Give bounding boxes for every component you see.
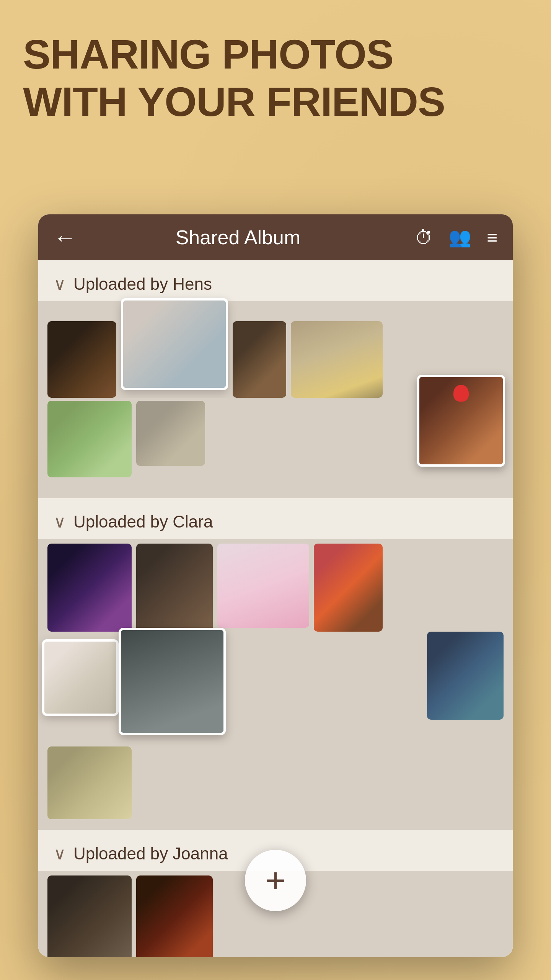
nav-icons: ⏱ 👥 ≡ (415, 227, 497, 248)
photo-child[interactable] (136, 401, 205, 466)
photo-window[interactable] (47, 401, 132, 477)
photo-fire[interactable] (136, 875, 213, 957)
hero-line1: SHARING PHOTOS (23, 31, 445, 78)
photo-bridge[interactable] (47, 746, 132, 819)
nav-title: Shared Album (69, 226, 407, 249)
hero-line2: WITH YOUR FRIENDS (23, 78, 445, 126)
photo-street1[interactable] (233, 321, 286, 398)
photo-lights[interactable] (47, 544, 132, 632)
clara-photos (38, 539, 513, 830)
section-header-clara: ∨ Uploaded by Clara (38, 498, 513, 539)
hero-title: SHARING PHOTOS WITH YOUR FRIENDS (23, 31, 445, 126)
section-header-hens: ∨ Uploaded by Hens (38, 260, 513, 301)
clock-icon[interactable]: ⏱ (415, 227, 433, 248)
chevron-clara[interactable]: ∨ (54, 512, 66, 531)
photo-sakura[interactable] (217, 544, 309, 628)
app-card: ← Shared Album ⏱ 👥 ≡ ∨ Uploaded by Hens (38, 214, 513, 957)
photo-venice[interactable] (291, 321, 383, 398)
photo-cake[interactable] (417, 375, 505, 467)
photo-cat[interactable] (119, 628, 226, 735)
menu-icon[interactable]: ≡ (487, 227, 497, 248)
hens-photos (38, 301, 513, 498)
chevron-hens[interactable]: ∨ (54, 274, 66, 294)
photo-girls[interactable] (121, 298, 228, 390)
photo-chef[interactable] (47, 875, 132, 957)
chevron-joanna[interactable]: ∨ (54, 844, 66, 863)
section-label-hens: Uploaded by Hens (73, 274, 212, 294)
scroll-content: ∨ Uploaded by Hens (38, 260, 513, 957)
section-label-joanna: Uploaded by Joanna (73, 844, 228, 863)
add-photo-button[interactable]: + (245, 850, 306, 911)
photo-japan[interactable] (136, 544, 213, 632)
nav-bar: ← Shared Album ⏱ 👥 ≡ (38, 214, 513, 260)
photo-city2[interactable] (427, 632, 504, 720)
photo-akihabara[interactable] (314, 544, 383, 632)
section-label-clara: Uploaded by Clara (73, 512, 213, 531)
section-hens: ∨ Uploaded by Hens (38, 260, 513, 498)
photo-coffee[interactable] (47, 321, 116, 398)
section-clara: ∨ Uploaded by Clara (38, 498, 513, 830)
photo-coffee2[interactable] (42, 639, 119, 716)
group-icon[interactable]: 👥 (448, 227, 471, 248)
